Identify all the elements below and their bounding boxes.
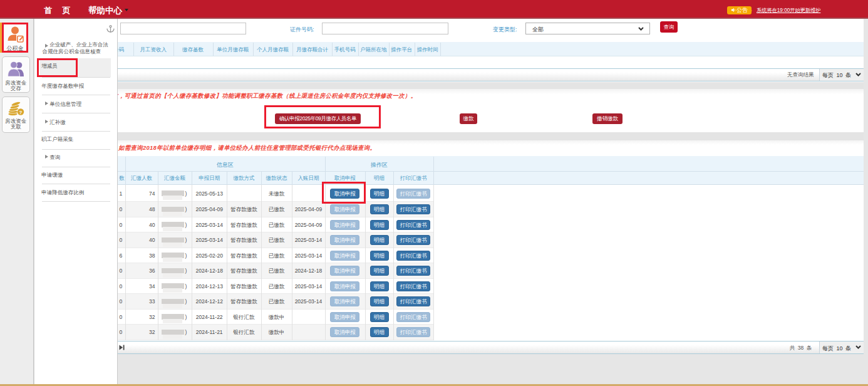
svg-text:?: ?	[19, 110, 23, 115]
